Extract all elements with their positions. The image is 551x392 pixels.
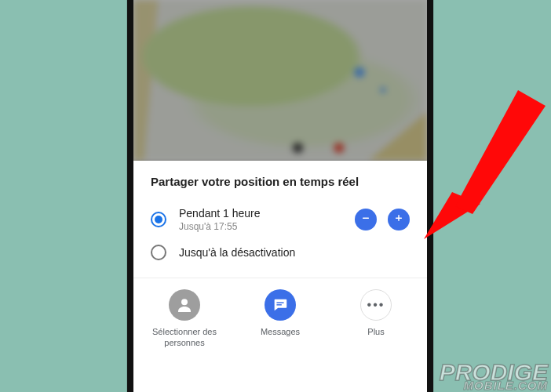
phone-screen: Partager votre position en temps réel Pe… <box>133 0 427 392</box>
more-icon: ••• <box>360 289 392 321</box>
option-duration-secondary: Jusqu'à 17:55 <box>179 221 342 232</box>
option-until-off-text: Jusqu'à la désactivation <box>179 246 410 259</box>
option-duration[interactable]: Pendant 1 heure Jusqu'à 17:55 <box>133 201 427 238</box>
share-sheet: Partager votre position en temps réel Pe… <box>133 161 427 392</box>
option-until-off-primary: Jusqu'à la désactivation <box>179 246 410 259</box>
radio-selected-icon[interactable] <box>151 212 166 227</box>
share-actions: Sélectionner des personnes Messages ••• … <box>133 278 427 355</box>
stage: Partager votre position en temps réel Pe… <box>0 0 551 392</box>
person-icon <box>169 289 200 321</box>
annotation-arrow-icon <box>424 82 551 239</box>
svg-rect-4 <box>276 302 283 303</box>
action-more[interactable]: ••• Plus <box>333 289 419 349</box>
action-messages-label: Messages <box>261 327 300 338</box>
svg-point-3 <box>181 299 188 305</box>
decrease-button[interactable] <box>355 209 377 230</box>
action-select-people[interactable]: Sélectionner des personnes <box>141 289 228 349</box>
svg-rect-0 <box>363 217 369 219</box>
minus-icon <box>360 212 371 227</box>
svg-rect-5 <box>276 304 281 305</box>
svg-marker-7 <box>455 90 546 214</box>
sheet-title: Partager votre position en temps réel <box>133 161 427 201</box>
option-duration-primary: Pendant 1 heure <box>179 207 342 220</box>
watermark: PRODIGE MOBILE.COM <box>440 363 548 390</box>
action-select-people-label: Sélectionner des personnes <box>141 327 228 349</box>
plus-icon <box>393 212 404 227</box>
option-duration-text: Pendant 1 heure Jusqu'à 17:55 <box>179 207 342 232</box>
messages-icon <box>265 289 296 321</box>
option-until-off[interactable]: Jusqu'à la désactivation <box>133 238 427 267</box>
increase-button[interactable] <box>388 209 410 230</box>
duration-stepper <box>355 209 410 230</box>
radio-unselected-icon[interactable] <box>151 245 166 260</box>
map-scrim <box>133 0 427 161</box>
phone-frame: Partager votre position en temps réel Pe… <box>127 0 433 392</box>
action-more-label: Plus <box>367 327 384 338</box>
svg-rect-2 <box>398 215 400 221</box>
action-messages[interactable]: Messages <box>237 289 323 349</box>
